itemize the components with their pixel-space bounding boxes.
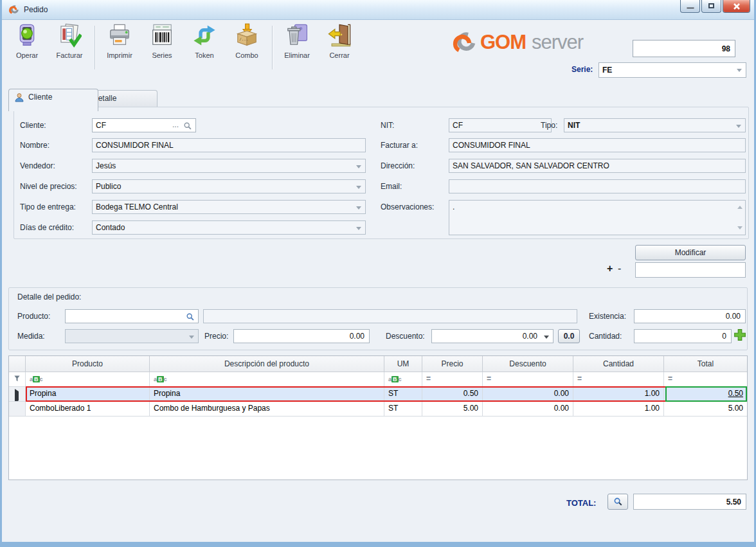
total-label: TOTAL:: [566, 498, 596, 508]
chevron-down-icon: [356, 165, 361, 168]
document-number-field[interactable]: 98: [633, 40, 735, 57]
toolbar-button-facturar[interactable]: Facturar: [48, 23, 91, 73]
grid-col-total[interactable]: Total: [664, 356, 747, 372]
filter-um[interactable]: aBc: [384, 372, 422, 387]
descuento-pct-button[interactable]: 0.0: [558, 329, 580, 343]
tab-cliente[interactable]: Cliente: [8, 89, 98, 111]
cell-total-focused[interactable]: 0.50: [664, 387, 747, 402]
close-icon: [733, 3, 741, 10]
filter-funnel-icon[interactable]: [9, 372, 26, 387]
toolbar-label: Token: [183, 51, 226, 59]
cell-cantidad[interactable]: 1.00: [573, 402, 664, 417]
nombre-label: Nombre:: [20, 141, 50, 150]
cell-descripcion[interactable]: Combo de Hamburguesa y Papas: [150, 402, 384, 417]
cantidad-input[interactable]: 0: [634, 329, 732, 343]
precio-input[interactable]: 0.00: [233, 329, 370, 343]
toolbar-button-series[interactable]: Series: [141, 23, 183, 73]
grid-col-precio[interactable]: Precio: [422, 356, 483, 372]
close-button[interactable]: [723, 0, 750, 13]
cell-descuento[interactable]: 0.00: [483, 387, 573, 402]
cell-producto[interactable]: ComboLiberado 1: [26, 402, 150, 417]
maximize-button[interactable]: [701, 0, 721, 13]
chevron-down-icon[interactable]: [544, 336, 549, 339]
toolbar-button-cerrar[interactable]: Cerrar: [318, 23, 361, 73]
toolbar-label: Operar: [6, 51, 48, 59]
grid-col-um[interactable]: UM: [384, 356, 422, 372]
scroll-up-icon[interactable]: [737, 206, 742, 209]
search-icon[interactable]: [183, 121, 192, 130]
filter-precio[interactable]: =: [422, 372, 483, 387]
cell-precio[interactable]: 0.50: [422, 387, 483, 402]
scroll-down-icon[interactable]: [737, 226, 742, 229]
plus-label[interactable]: +: [607, 263, 613, 274]
medida-select[interactable]: [65, 329, 199, 343]
traffic-light-icon: [15, 23, 39, 48]
row-indicator: [9, 387, 26, 402]
email-field[interactable]: [449, 179, 746, 193]
sync-arrows-icon: [192, 23, 217, 48]
descuento-input[interactable]: 0.00: [431, 329, 554, 343]
gomserver-logo: GOM server: [451, 28, 611, 57]
vendedor-select[interactable]: Jesús: [92, 159, 366, 173]
grid-filter-row: aBc aBc aBc = = = =: [9, 372, 747, 387]
table-row[interactable]: ComboLiberado 1 Combo de Hamburguesa y P…: [9, 402, 747, 417]
tipo-select[interactable]: NIT: [564, 118, 746, 132]
facturar-a-field[interactable]: CONSUMIDOR FINAL: [449, 138, 746, 152]
grid-col-descripcion[interactable]: Descripción del producto: [150, 356, 384, 372]
ellipsis-button[interactable]: ...: [172, 120, 179, 129]
nombre-field[interactable]: CONSUMIDOR FINAL: [92, 138, 366, 152]
cliente-input[interactable]: CF ...: [92, 118, 196, 132]
dias-credito-select[interactable]: Contado: [92, 220, 366, 235]
toolbar-button-eliminar[interactable]: Eliminar: [276, 23, 318, 73]
toolbar-label: Eliminar: [276, 51, 318, 59]
adjust-quantity-input[interactable]: [635, 262, 746, 278]
total-search-button[interactable]: [608, 494, 628, 510]
filter-descuento[interactable]: =: [483, 372, 573, 387]
trash-icon: [285, 23, 309, 48]
total-value-field: 5.50: [633, 494, 746, 510]
filter-total[interactable]: =: [664, 372, 747, 387]
cell-total[interactable]: 5.00: [664, 402, 747, 417]
current-row-arrow-icon: [15, 389, 19, 402]
minimize-button[interactable]: [680, 0, 700, 13]
title-bar[interactable]: Pedido: [2, 0, 754, 20]
modificar-button[interactable]: Modificar: [635, 245, 746, 260]
filter-cantidad[interactable]: =: [573, 372, 664, 387]
table-row[interactable]: Propina Propina ST 0.50 0.00 1.00 0.50: [9, 387, 747, 402]
cell-descripcion[interactable]: Propina: [150, 387, 384, 402]
cell-um[interactable]: ST: [384, 402, 422, 417]
existencia-field: 0.00: [634, 309, 746, 323]
grid-col-producto[interactable]: Producto: [26, 356, 150, 372]
grid-indicator-header: [9, 356, 26, 372]
invoice-check-icon: [57, 23, 82, 48]
minus-label[interactable]: -: [618, 263, 621, 274]
grid-col-cantidad[interactable]: Cantidad: [573, 356, 664, 372]
toolbar-button-token[interactable]: Token: [183, 23, 226, 73]
tipo-entrega-select[interactable]: Bodega TELMO Central: [92, 200, 366, 214]
toolbar-button-operar[interactable]: Operar: [6, 23, 48, 73]
grid-col-descuento[interactable]: Descuento: [483, 356, 573, 372]
serie-select[interactable]: FE: [598, 62, 746, 78]
toolbar-button-combo[interactable]: /... Combo: [226, 23, 268, 73]
order-detail-title: Detalle del pedido:: [17, 292, 81, 301]
nivel-precios-select[interactable]: Publico: [92, 179, 366, 193]
toolbar-label: Imprimir: [98, 51, 141, 59]
toolbar-separator: [94, 26, 95, 69]
filter-producto[interactable]: aBc: [26, 372, 150, 387]
filter-descripcion[interactable]: aBc: [150, 372, 384, 387]
precio-label: Precio:: [204, 332, 228, 341]
cell-descuento[interactable]: 0.00: [483, 402, 573, 417]
direccion-label: Dirección:: [381, 161, 415, 170]
producto-input[interactable]: [65, 309, 199, 323]
search-icon[interactable]: [186, 312, 195, 321]
cell-cantidad[interactable]: 1.00: [573, 387, 664, 402]
toolbar-button-imprimir[interactable]: Imprimir: [98, 23, 141, 73]
observaciones-textarea[interactable]: .: [449, 200, 746, 235]
cell-producto[interactable]: Propina: [26, 387, 150, 402]
cell-precio[interactable]: 5.00: [422, 402, 483, 417]
cell-um[interactable]: ST: [384, 387, 422, 402]
nit-field[interactable]: CF: [449, 118, 552, 132]
add-item-plus-icon[interactable]: [734, 328, 746, 341]
direccion-field[interactable]: SAN SALVADOR, SAN SALVADOR CENTRO: [449, 159, 746, 173]
tab-label: Cliente: [28, 93, 52, 102]
